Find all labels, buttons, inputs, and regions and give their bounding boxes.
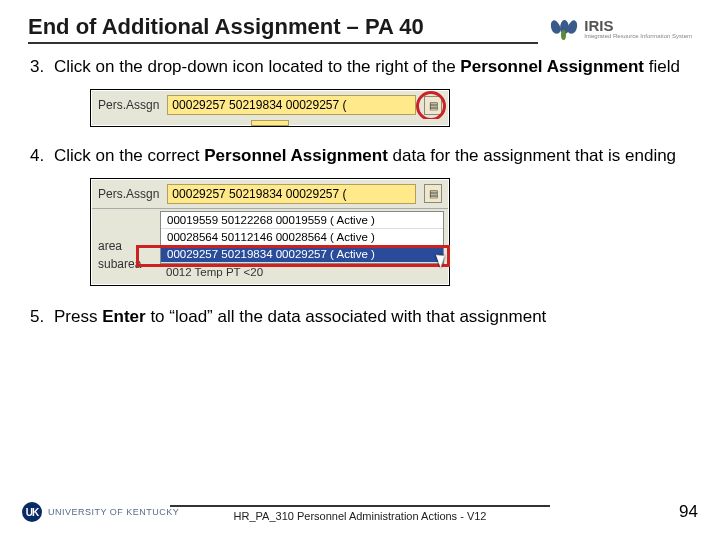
step-number: 3. (30, 56, 54, 79)
iris-title: IRIS (584, 17, 613, 34)
dropdown-icon[interactable]: ▤ (424, 184, 442, 203)
screenshot-pers-assgn-list: Pers.Assgn 00029257 50219834 00029257 ( … (90, 178, 450, 286)
uk-logo: UK UNIVERSITY OF KENTUCKY (22, 502, 179, 522)
step-text: to “load” all the data associated with t… (146, 307, 547, 326)
step-text: data for the assignment that is ending (388, 146, 676, 165)
step-bold: Personnel Assignment (460, 57, 644, 76)
step-text: Click on the correct (54, 146, 204, 165)
step-5: 5. Press Enter to “load” all the data as… (30, 306, 690, 329)
step-3: 3. Click on the drop-down icon located t… (30, 56, 690, 79)
step-text: field (644, 57, 680, 76)
iris-logo: IRIS Integrated Resource Information Sys… (550, 18, 692, 44)
step-number: 4. (30, 145, 54, 168)
assignment-list[interactable]: 00019559 50122268 00019559 ( Active ) 00… (160, 211, 444, 264)
pers-assgn-field[interactable]: 00029257 50219834 00029257 ( (167, 95, 416, 115)
list-item-selected[interactable]: 00029257 50219834 00029257 ( Active ) (161, 246, 443, 263)
pers-assgn-label: Pers.Assgn (98, 98, 159, 112)
step-number: 5. (30, 306, 54, 329)
footer-doc-title: HR_PA_310 Personnel Administration Actio… (170, 505, 550, 522)
page-title: End of Additional Assignment – PA 40 (28, 14, 538, 44)
uk-text: UNIVERSITY OF KENTUCKY (48, 507, 179, 517)
uk-badge-icon: UK (22, 502, 42, 522)
step-text: Click on the drop-down icon located to t… (54, 57, 460, 76)
step-bold: Enter (102, 307, 145, 326)
pers-assgn-field[interactable]: 00029257 50219834 00029257 ( (167, 184, 416, 204)
step-bold: Personnel Assignment (204, 146, 388, 165)
subarea-value: 0012 Temp PT <20 (160, 264, 444, 280)
side-label: area (98, 237, 154, 255)
screenshot-pers-assgn-dropdown: Pers.Assgn 00029257 50219834 00029257 ( … (90, 89, 450, 127)
dropdown-icon[interactable]: ▤ (424, 96, 442, 115)
step-text: Press (54, 307, 102, 326)
pers-assgn-label: Pers.Assgn (98, 187, 159, 201)
list-item[interactable]: 00028564 50112146 00028564 ( Active ) (161, 229, 443, 246)
step-4: 4. Click on the correct Personnel Assign… (30, 145, 690, 168)
page-number: 94 (679, 502, 698, 522)
screenshot-edge (92, 119, 448, 125)
iris-flower-icon (550, 18, 578, 40)
iris-subtitle: Integrated Resource Information System (584, 34, 692, 39)
side-label: subarea (98, 255, 154, 273)
list-item[interactable]: 00019559 50122268 00019559 ( Active ) (161, 212, 443, 229)
